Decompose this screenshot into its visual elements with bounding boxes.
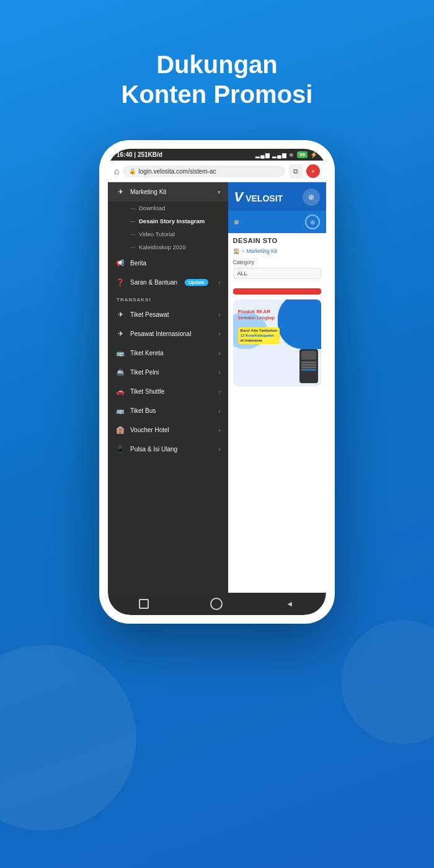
globe-header-icon[interactable]: ⊕ [303, 188, 320, 206]
berita-icon: 📢 [115, 259, 125, 267]
url-text: login.velosita.com/sistem-ac [138, 168, 216, 175]
category-select[interactable]: ALL [233, 268, 321, 279]
nav-back-button[interactable]: ◄ [284, 598, 295, 609]
kereta-icon: 🚌 [115, 349, 125, 357]
chevron-right-icon: › [219, 389, 221, 395]
bus-icon: 🚌 [115, 407, 125, 415]
promo-card: Produk 99.AR Semakin Lengkap Baru! Ada T… [233, 299, 321, 386]
sidebar-item-tiket-kereta[interactable]: 🚌 Tiket Kereta › [108, 343, 228, 363]
chevron-right-icon: › [219, 446, 221, 453]
pulsa-icon: 📱 [115, 445, 125, 453]
update-badge: Update [185, 279, 208, 286]
sidebar-sub-kaleidoskop[interactable]: Kaleidoskop 2020 [108, 241, 228, 254]
chevron-right-icon: › [219, 312, 221, 318]
chevron-right-icon: › [219, 408, 221, 414]
battery-indicator: 99 [297, 151, 308, 158]
velosita-header: V VELOSIT ⊕ [228, 182, 326, 211]
chevron-down-icon: ▾ [218, 189, 221, 195]
charging-icon: ⚡ [310, 151, 317, 158]
home-icon[interactable]: ⌂ [114, 166, 119, 176]
sidebar-item-berita[interactable]: 📢 Berita [108, 254, 228, 273]
marketing-kit-label: Marketing Kit [130, 188, 166, 195]
page-title: DESAIN STO [233, 237, 321, 244]
sidebar-item-tiket-shuttle[interactable]: 🚗 Tiket Shuttle › [108, 382, 228, 401]
blue-nav: ≡ ⊕ [228, 211, 326, 233]
chevron-right-icon: › [219, 427, 221, 433]
promo-text: Produk 99.AR Semakin Lengkap [238, 309, 275, 321]
tiket-bus-label: Tiket Bus [130, 407, 156, 414]
headline: Dukungan Konten Promosi [122, 50, 313, 109]
breadcrumb-page: Marketing Kit [246, 248, 277, 254]
promo-blue-shape [278, 299, 321, 349]
right-body: DESAIN STO 🏠 › Marketing Kit Category AL… [228, 233, 326, 593]
sidebar-item-pulsa[interactable]: 📱 Pulsa & Isi Ulang › [108, 440, 228, 459]
phone-nav-bar: ◄ [108, 593, 326, 615]
sidebar-item-marketing-kit[interactable]: ✈ Marketing Kit ▾ [108, 182, 228, 202]
tiket-pelni-label: Tiket Pelni [130, 369, 159, 376]
lock-icon: 🔒 [129, 168, 136, 174]
velosita-logo: V VELOSIT [234, 189, 283, 205]
marketing-kit-icon: ✈ [115, 188, 125, 196]
shuttle-icon: 🚗 [115, 388, 125, 396]
chevron-right-icon: › [219, 280, 221, 286]
search-button[interactable] [233, 288, 321, 294]
nav-home-button[interactable] [210, 598, 223, 610]
pesawat-icon: ✈ [115, 311, 125, 319]
tabs-button[interactable]: ⧉ [289, 164, 303, 178]
headline-line1: Dukungan [122, 50, 313, 79]
sidebar: ✈ Marketing Kit ▾ Download Desain Story … [108, 182, 228, 593]
pulsa-label: Pulsa & Isi Ulang [130, 446, 177, 453]
sidebar-item-saran[interactable]: ❓ Saran & Bantuan Update › [108, 273, 228, 292]
category-label: Category [233, 259, 321, 265]
sidebar-item-voucher-hotel[interactable]: 🏨 Voucher Hotel › [108, 420, 228, 440]
promo-sub-text: Baru! Ada Tambahan 12 Kota/Kabupaten di … [238, 327, 280, 344]
tiket-shuttle-label: Tiket Shuttle [130, 388, 164, 395]
saran-label: Saran & Bantuan [130, 279, 177, 286]
pelni-icon: 🚢 [115, 368, 125, 376]
add-tab-button[interactable]: + [306, 164, 320, 178]
sidebar-item-pesawat-internasional[interactable]: ✈ Pesawat Internasional › [108, 324, 228, 343]
phone-mockup: 16:40 | 251KB/d ▂▄▆ ▂▄▆ ≋ 99 ⚡ ⌂ 🔒 login… [99, 140, 335, 624]
globe-nav-icon[interactable]: ⊕ [305, 215, 320, 229]
right-panel: V VELOSIT ⊕ ≡ ⊕ DESAIN STO 🏠 [228, 182, 326, 593]
breadcrumb-separator: › [242, 248, 244, 254]
signal-icon: ▂▄▆ ▂▄▆ ≋ [255, 152, 294, 158]
hotel-icon: 🏨 [115, 426, 125, 434]
status-time: 16:40 [117, 151, 133, 158]
sidebar-item-tiket-pelni[interactable]: 🚢 Tiket Pelni › [108, 363, 228, 382]
sidebar-item-tiket-pesawat[interactable]: ✈ Tiket Pesawat › [108, 305, 228, 324]
tiket-pesawat-label: Tiket Pesawat [130, 311, 169, 318]
sidebar-sub-video-tutorial[interactable]: Video Tutorial [108, 228, 228, 241]
sidebar-item-tiket-bus[interactable]: 🚌 Tiket Bus › [108, 401, 228, 420]
hamburger-icon[interactable]: ≡ [234, 218, 239, 227]
tiket-kereta-label: Tiket Kereta [130, 350, 164, 356]
chevron-right-icon: › [219, 350, 221, 356]
breadcrumb: 🏠 › Marketing Kit [233, 248, 321, 254]
pesawat-int-label: Pesawat Internasional [130, 330, 191, 337]
browser-bar[interactable]: ⌂ 🔒 login.velosita.com/sistem-ac ⧉ + [108, 161, 326, 182]
sidebar-sub-download[interactable]: Download [108, 202, 228, 215]
promo-phone-image [299, 349, 318, 383]
status-bar: 16:40 | 251KB/d ▂▄▆ ▂▄▆ ≋ 99 ⚡ [108, 149, 326, 161]
berita-label: Berita [130, 260, 146, 267]
status-data-speed: 251KB/d [138, 151, 162, 158]
nav-square-button[interactable] [139, 599, 149, 609]
breadcrumb-home-icon: 🏠 [233, 248, 240, 254]
headline-line2: Konten Promosi [122, 79, 313, 109]
pesawat-int-icon: ✈ [115, 330, 125, 338]
chevron-right-icon: › [219, 370, 221, 376]
voucher-hotel-label: Voucher Hotel [130, 427, 169, 433]
transaksi-section-header: TRANSAKSI [108, 292, 228, 305]
sidebar-sub-desain-story[interactable]: Desain Story Instagram [108, 215, 228, 228]
chevron-right-icon: › [219, 331, 221, 337]
saran-icon: ❓ [115, 278, 125, 286]
url-bar[interactable]: 🔒 login.velosita.com/sistem-ac [123, 166, 285, 177]
